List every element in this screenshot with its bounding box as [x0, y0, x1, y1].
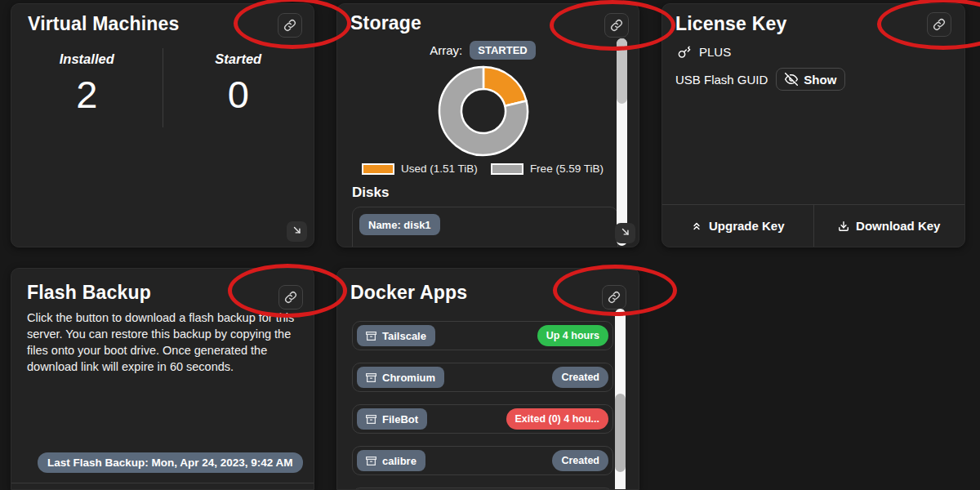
- docker-scrollbar[interactable]: [615, 309, 626, 490]
- chevrons-up-icon: [691, 220, 702, 232]
- container-box-icon: [366, 372, 376, 383]
- disks-heading: Disks: [352, 185, 389, 201]
- link-icon: [283, 19, 296, 32]
- docker-app-name: calibre: [382, 455, 416, 467]
- storage-scrollbar-thumb[interactable]: [617, 38, 627, 104]
- vm-started-label: Started: [163, 51, 314, 67]
- docker-row-calibre: calibre Created: [352, 446, 613, 475]
- docker-row-chromium: Chromium Created: [352, 363, 613, 392]
- array-status-badge: STARTED: [470, 41, 535, 60]
- upgrade-key-label: Upgrade Key: [709, 219, 785, 233]
- download-key-label: Download Key: [856, 219, 940, 233]
- vm-resize-handle[interactable]: [287, 221, 307, 242]
- vm-stats: Installed 2 Started 0: [11, 48, 314, 127]
- key-icon: [678, 46, 691, 59]
- docker-row-tailscale: Tailscale Up 4 hours: [352, 321, 613, 350]
- docker-status-badge: Exited (0) 4 hou...: [506, 408, 609, 430]
- docker-scrollbar-thumb[interactable]: [615, 394, 626, 472]
- flash-backup-link-button[interactable]: [278, 285, 303, 310]
- storage-donut-chart: [435, 63, 532, 159]
- license-key-title: License Key: [675, 13, 786, 35]
- docker-status-badge: Up 4 hours: [537, 325, 608, 346]
- link-icon: [610, 19, 623, 32]
- vm-installed-label: Installed: [11, 51, 163, 67]
- array-status-row: Array: STARTED: [337, 41, 628, 60]
- docker-status-badge: Created: [552, 450, 608, 471]
- virtual-machines-link-button[interactable]: [278, 13, 302, 38]
- docker-apps-card: Docker Apps Tailscale Up 4 hours: [336, 268, 639, 490]
- storage-card: Storage Array: STARTED Used (1.51 TiB) F…: [336, 3, 639, 247]
- flash-backup-title: Flash Backup: [27, 282, 151, 304]
- docker-app-name: Tailscale: [382, 330, 426, 342]
- docker-apps-title: Docker Apps: [350, 282, 467, 304]
- storage-title: Storage: [350, 12, 421, 34]
- vm-started-stat: Started 0: [163, 48, 314, 127]
- arrow-down-right-icon: [620, 226, 631, 241]
- license-key-card: License Key PLUS USB Flash GUID Show: [662, 3, 965, 247]
- license-plan-label: PLUS: [699, 45, 731, 59]
- docker-app-name: FileBot: [382, 413, 418, 425]
- upgrade-key-button[interactable]: Upgrade Key: [662, 205, 814, 247]
- virtual-machines-title: Virtual Machines: [28, 13, 180, 35]
- flash-backup-description: Click the button to download a flash bac…: [27, 310, 301, 375]
- legend-used-label: Used (1.51 TiB): [401, 163, 478, 175]
- flash-backup-card: Flash Backup Click the button to downloa…: [11, 268, 314, 490]
- docker-status-badge: Created: [552, 367, 608, 388]
- arrow-down-right-icon: [292, 225, 303, 239]
- donut-legend: Used (1.51 TiB) Free (5.59 TiB): [337, 163, 628, 175]
- show-button-label: Show: [804, 73, 836, 87]
- vm-started-value: 0: [163, 74, 314, 116]
- vm-installed-value: 2: [11, 74, 163, 116]
- docker-app-name-pill[interactable]: FileBot: [357, 408, 427, 430]
- free-swatch: [491, 163, 523, 175]
- legend-used: Used (1.51 TiB): [362, 163, 478, 175]
- disks-panel: Name: disk1: [352, 207, 618, 247]
- storage-scrollbar[interactable]: [617, 38, 627, 246]
- eye-off-icon: [785, 73, 798, 86]
- flash-footer-divider: [11, 483, 314, 483]
- link-icon: [933, 18, 946, 31]
- link-icon: [608, 291, 621, 304]
- vm-installed-stat: Installed 2: [11, 48, 163, 127]
- license-link-button[interactable]: [927, 12, 951, 37]
- donut-used-segment: [483, 67, 527, 106]
- unraid-dashboard: Virtual Machines Installed 2 Started 0 S…: [0, 0, 980, 490]
- legend-free-label: Free (5.59 TiB): [530, 163, 604, 175]
- used-swatch: [362, 163, 394, 175]
- storage-link-button[interactable]: [604, 13, 629, 38]
- array-label: Array:: [430, 43, 462, 57]
- disk-name-badge[interactable]: Name: disk1: [359, 214, 440, 235]
- guid-label: USB Flash GUID: [675, 73, 768, 87]
- docker-app-name-pill[interactable]: Tailscale: [357, 325, 435, 346]
- container-box-icon: [366, 414, 376, 425]
- container-box-icon: [366, 456, 376, 466]
- docker-app-name-pill[interactable]: calibre: [357, 450, 425, 471]
- virtual-machines-card: Virtual Machines Installed 2 Started 0: [11, 3, 314, 247]
- docker-app-name-pill[interactable]: Chromium: [357, 367, 444, 388]
- license-plan-row: PLUS: [678, 45, 731, 59]
- docker-app-list: Tailscale Up 4 hours Chromium Created: [352, 321, 613, 490]
- docker-apps-link-button[interactable]: [602, 285, 626, 310]
- download-icon: [838, 220, 849, 232]
- container-box-icon: [366, 331, 376, 341]
- legend-free: Free (5.59 TiB): [491, 163, 604, 175]
- license-guid-row: USB Flash GUID Show: [675, 68, 845, 91]
- download-key-button[interactable]: Download Key: [814, 205, 965, 247]
- storage-resize-handle[interactable]: [615, 223, 635, 243]
- link-icon: [284, 291, 297, 304]
- docker-row-filebot: FileBot Exited (0) 4 hou...: [352, 404, 613, 434]
- last-flash-backup-badge: Last Flash Backup: Mon, Apr 24, 2023, 9:…: [38, 452, 303, 473]
- license-footer: Upgrade Key Download Key: [662, 204, 964, 247]
- docker-app-name: Chromium: [382, 372, 435, 384]
- show-guid-button[interactable]: Show: [776, 68, 845, 91]
